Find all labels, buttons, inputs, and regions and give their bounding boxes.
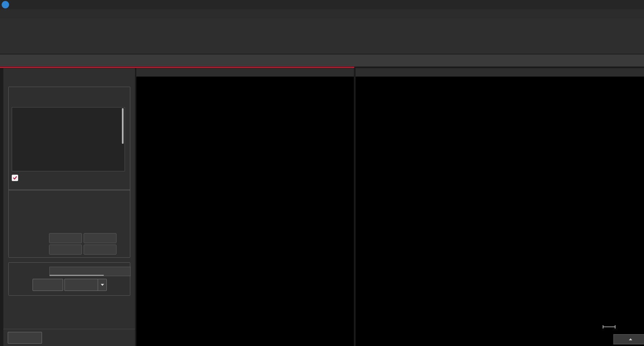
wcs-selector[interactable] <box>613 334 644 344</box>
export-exit-icon[interactable] <box>118 333 128 343</box>
step-u-field[interactable] <box>49 233 82 243</box>
application-window <box>0 0 644 346</box>
show-3d-scene-row <box>12 174 24 182</box>
popout-icon[interactable] <box>106 72 115 81</box>
globe-send-icon <box>77 282 83 288</box>
popout-icon[interactable] <box>635 70 641 76</box>
3d-view-pane <box>136 68 354 346</box>
section-plot[interactable] <box>356 77 644 346</box>
axis-triad <box>329 315 349 336</box>
accent-divider <box>0 67 354 68</box>
title-bar <box>0 0 644 9</box>
maximize-button[interactable] <box>624 0 634 9</box>
show-3d-scene-checkbox[interactable] <box>12 175 18 181</box>
panel-edge-strip <box>0 68 3 346</box>
export-panel <box>3 68 135 346</box>
scale-ruler-icon <box>602 325 616 329</box>
list-scrollbar[interactable] <box>122 108 124 144</box>
panel-collapse-handle[interactable] <box>0 197 3 204</box>
export-group <box>8 262 130 296</box>
nb-decimals-slider-fill <box>50 275 104 276</box>
scale-indicator <box>602 325 618 329</box>
3d-view-header <box>136 68 354 77</box>
chevron-up-icon <box>629 338 632 340</box>
export-report-views-group <box>8 189 130 258</box>
menu-bar <box>0 9 644 18</box>
chevron-down-icon <box>101 284 104 286</box>
nb-decimals-field[interactable] <box>49 267 131 276</box>
2d-axis-indicator <box>624 309 639 329</box>
send-to-dropdown[interactable] <box>98 279 107 291</box>
3d-viewport[interactable] <box>136 77 354 346</box>
subdivisions-v-field[interactable] <box>84 245 117 255</box>
dxf-file-icon <box>43 282 50 288</box>
sections-display-group <box>8 87 130 190</box>
send-to-button[interactable] <box>64 279 98 291</box>
minimize-button[interactable] <box>613 0 623 9</box>
section-view-header <box>356 68 644 77</box>
help-icon[interactable] <box>121 72 130 81</box>
workflow-steps <box>0 54 644 67</box>
sections-list[interactable] <box>12 107 125 171</box>
section-view-pane <box>356 68 644 346</box>
popout-icon[interactable] <box>344 70 351 76</box>
subdivisions-u-field[interactable] <box>49 245 82 255</box>
panel-divider <box>3 329 135 329</box>
app-icon[interactable] <box>2 1 9 8</box>
step-link-icon[interactable] <box>120 234 127 241</box>
ribbon-toolbar <box>0 18 644 54</box>
previous-button[interactable] <box>8 332 42 344</box>
close-button[interactable] <box>634 0 644 9</box>
reset-icon[interactable] <box>90 72 99 81</box>
window-title <box>144 0 480 9</box>
dxf-button[interactable] <box>33 279 63 291</box>
step-v-field[interactable] <box>84 233 117 243</box>
subdivisions-link-icon[interactable] <box>120 246 127 253</box>
